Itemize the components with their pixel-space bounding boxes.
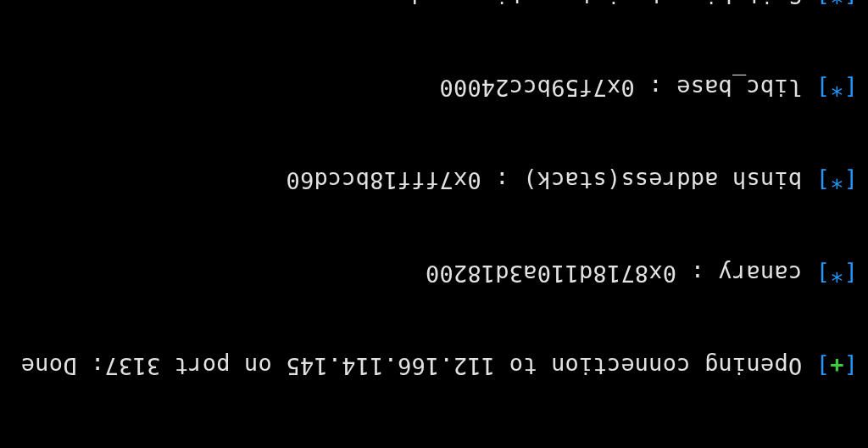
info-text: libc_base : 0x7f59bcc24000 [439,75,802,101]
plus-icon: + [830,353,843,379]
bracket-close: ] [816,353,830,379]
info-line-interactive: [*] Switching to interactive mode [10,0,858,10]
star-icon: * [830,75,843,101]
info-text: Switching to interactive mode [398,0,802,8]
star-icon: * [830,260,843,287]
bracket-close: ] [816,260,830,287]
bracket-close: ] [816,75,830,101]
bracket-open: [ [844,260,858,287]
bracket-open: [ [844,353,858,379]
info-line-binsh: [*] binsh address(stack) : 0x7fff18bccd6… [10,165,858,195]
bracket-open: [ [844,168,858,194]
bracket-open: [ [844,75,858,101]
bracket-close: ] [816,0,830,8]
info-text: binsh address(stack) : 0x7fff18bccd60 [286,168,802,194]
star-icon: * [830,0,843,8]
info-line-libc: [*] libc_base : 0x7f59bcc24000 [10,72,858,103]
info-text: canary : 0x8718d110a3d18200 [426,260,802,287]
status-line-connection: [+] Opening connection to 112.166.114.14… [10,350,858,381]
bracket-close: ] [816,168,830,194]
star-icon: * [830,168,843,194]
status-text: Opening connection to 112.166.114.145 on… [21,353,803,379]
bracket-open: [ [844,0,858,8]
terminal-output: [+] Opening connection to 112.166.114.14… [0,0,868,448]
info-line-canary: [*] canary : 0x8718d110a3d18200 [10,257,858,288]
